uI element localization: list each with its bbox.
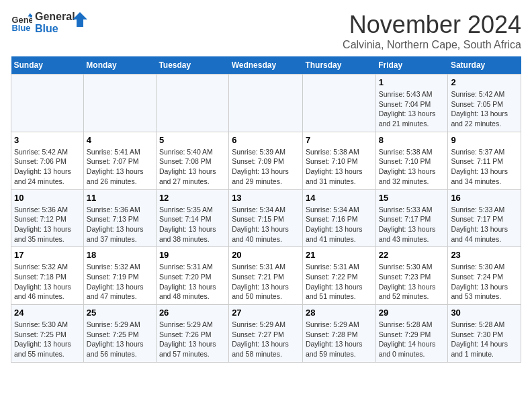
day-number: 1 (379, 77, 445, 87)
calendar-week-3: 10Sunrise: 5:36 AM Sunset: 7:12 PM Dayli… (11, 189, 521, 247)
calendar-cell: 21Sunrise: 5:31 AM Sunset: 7:22 PM Dayli… (302, 247, 375, 305)
day-info: Sunrise: 5:41 AM Sunset: 7:07 PM Dayligh… (87, 147, 153, 187)
calendar-cell: 6Sunrise: 5:39 AM Sunset: 7:09 PM Daylig… (229, 132, 303, 189)
calendar-cell (302, 75, 375, 132)
calendar-week-4: 17Sunrise: 5:32 AM Sunset: 7:18 PM Dayli… (11, 247, 521, 305)
calendar-week-2: 3Sunrise: 5:42 AM Sunset: 7:06 PM Daylig… (11, 132, 521, 189)
day-info: Sunrise: 5:38 AM Sunset: 7:10 PM Dayligh… (379, 147, 445, 187)
calendar-cell: 24Sunrise: 5:30 AM Sunset: 7:25 PM Dayli… (11, 305, 84, 363)
day-info: Sunrise: 5:43 AM Sunset: 7:04 PM Dayligh… (379, 89, 445, 129)
weekday-header-wednesday: Wednesday (229, 56, 303, 75)
day-info: Sunrise: 5:28 AM Sunset: 7:30 PM Dayligh… (451, 320, 518, 359)
day-info: Sunrise: 5:29 AM Sunset: 7:25 PM Dayligh… (87, 320, 153, 359)
calendar-cell: 26Sunrise: 5:29 AM Sunset: 7:26 PM Dayli… (156, 305, 228, 363)
svg-text:Blue: Blue (12, 23, 31, 33)
day-info: Sunrise: 5:32 AM Sunset: 7:19 PM Dayligh… (87, 262, 153, 302)
day-number: 27 (232, 308, 300, 318)
day-number: 14 (306, 193, 373, 203)
weekday-header-friday: Friday (375, 56, 448, 75)
day-number: 12 (159, 193, 226, 203)
calendar-cell: 8Sunrise: 5:38 AM Sunset: 7:10 PM Daylig… (375, 132, 448, 189)
day-info: Sunrise: 5:38 AM Sunset: 7:10 PM Dayligh… (306, 147, 373, 187)
day-info: Sunrise: 5:33 AM Sunset: 7:17 PM Dayligh… (451, 205, 518, 244)
day-info: Sunrise: 5:34 AM Sunset: 7:15 PM Dayligh… (232, 205, 300, 244)
calendar-cell: 1Sunrise: 5:43 AM Sunset: 7:04 PM Daylig… (375, 75, 448, 132)
calendar-cell: 2Sunrise: 5:42 AM Sunset: 7:05 PM Daylig… (448, 75, 521, 132)
day-info: Sunrise: 5:33 AM Sunset: 7:17 PM Dayligh… (379, 205, 445, 244)
day-number: 28 (306, 308, 373, 318)
day-number: 7 (306, 135, 373, 145)
calendar-cell (156, 75, 228, 132)
calendar-body: 1Sunrise: 5:43 AM Sunset: 7:04 PM Daylig… (11, 75, 521, 363)
day-info: Sunrise: 5:30 AM Sunset: 7:25 PM Dayligh… (14, 320, 81, 359)
day-number: 25 (87, 308, 153, 318)
day-info: Sunrise: 5:32 AM Sunset: 7:18 PM Dayligh… (14, 262, 81, 302)
day-number: 23 (451, 250, 518, 260)
location: Calvinia, Northern Cape, South Africa (343, 39, 521, 51)
calendar-cell: 30Sunrise: 5:28 AM Sunset: 7:30 PM Dayli… (448, 305, 521, 363)
header: General Blue General Blue November 2024 … (11, 11, 521, 51)
day-number: 10 (14, 193, 81, 203)
day-info: Sunrise: 5:42 AM Sunset: 7:05 PM Dayligh… (451, 89, 518, 129)
logo-general: General (35, 11, 75, 22)
calendar-cell: 15Sunrise: 5:33 AM Sunset: 7:17 PM Dayli… (375, 189, 448, 247)
calendar-cell (11, 75, 84, 132)
calendar-cell: 17Sunrise: 5:32 AM Sunset: 7:18 PM Dayli… (11, 247, 84, 305)
day-number: 21 (306, 250, 373, 260)
weekday-header-tuesday: Tuesday (156, 56, 228, 75)
weekday-header-thursday: Thursday (302, 56, 375, 75)
calendar-week-1: 1Sunrise: 5:43 AM Sunset: 7:04 PM Daylig… (11, 75, 521, 132)
weekday-header-saturday: Saturday (448, 56, 521, 75)
day-info: Sunrise: 5:29 AM Sunset: 7:26 PM Dayligh… (159, 320, 226, 359)
calendar-cell: 7Sunrise: 5:38 AM Sunset: 7:10 PM Daylig… (302, 132, 375, 189)
day-number: 17 (14, 250, 81, 260)
day-info: Sunrise: 5:42 AM Sunset: 7:06 PM Dayligh… (14, 147, 81, 187)
calendar-week-5: 24Sunrise: 5:30 AM Sunset: 7:25 PM Dayli… (11, 305, 521, 363)
calendar-cell: 16Sunrise: 5:33 AM Sunset: 7:17 PM Dayli… (448, 189, 521, 247)
day-number: 30 (451, 308, 518, 318)
day-info: Sunrise: 5:35 AM Sunset: 7:14 PM Dayligh… (159, 205, 226, 244)
calendar-cell (83, 75, 156, 132)
day-info: Sunrise: 5:37 AM Sunset: 7:11 PM Dayligh… (451, 147, 518, 187)
calendar-cell: 29Sunrise: 5:28 AM Sunset: 7:29 PM Dayli… (375, 305, 448, 363)
day-info: Sunrise: 5:36 AM Sunset: 7:13 PM Dayligh… (87, 205, 153, 244)
day-info: Sunrise: 5:29 AM Sunset: 7:27 PM Dayligh… (232, 320, 300, 359)
day-number: 20 (232, 250, 300, 260)
calendar-cell: 12Sunrise: 5:35 AM Sunset: 7:14 PM Dayli… (156, 189, 228, 247)
calendar-cell: 11Sunrise: 5:36 AM Sunset: 7:13 PM Dayli… (83, 189, 156, 247)
day-info: Sunrise: 5:39 AM Sunset: 7:09 PM Dayligh… (232, 147, 300, 187)
day-info: Sunrise: 5:36 AM Sunset: 7:12 PM Dayligh… (14, 205, 81, 244)
day-number: 6 (232, 135, 300, 145)
day-info: Sunrise: 5:31 AM Sunset: 7:22 PM Dayligh… (306, 262, 373, 302)
day-info: Sunrise: 5:28 AM Sunset: 7:29 PM Dayligh… (379, 320, 445, 359)
day-info: Sunrise: 5:29 AM Sunset: 7:28 PM Dayligh… (306, 320, 373, 359)
calendar-cell: 19Sunrise: 5:31 AM Sunset: 7:20 PM Dayli… (156, 247, 228, 305)
day-number: 9 (451, 135, 518, 145)
day-number: 3 (14, 135, 81, 145)
day-number: 26 (159, 308, 226, 318)
day-number: 8 (379, 135, 445, 145)
weekday-header-sunday: Sunday (11, 56, 84, 75)
calendar-table: SundayMondayTuesdayWednesdayThursdayFrid… (11, 56, 521, 363)
day-number: 18 (87, 250, 153, 260)
weekday-header-row: SundayMondayTuesdayWednesdayThursdayFrid… (11, 56, 521, 75)
day-number: 15 (379, 193, 445, 203)
day-info: Sunrise: 5:31 AM Sunset: 7:21 PM Dayligh… (232, 262, 300, 302)
logo-arrow-icon (73, 12, 87, 27)
month-title: November 2024 (343, 11, 521, 39)
svg-marker-4 (73, 12, 87, 27)
logo-icon: General Blue (11, 12, 32, 34)
calendar-cell (229, 75, 303, 132)
calendar-cell: 25Sunrise: 5:29 AM Sunset: 7:25 PM Dayli… (83, 305, 156, 363)
day-info: Sunrise: 5:30 AM Sunset: 7:24 PM Dayligh… (451, 262, 518, 302)
day-number: 13 (232, 193, 300, 203)
day-number: 24 (14, 308, 81, 318)
weekday-header-monday: Monday (83, 56, 156, 75)
calendar-cell: 5Sunrise: 5:40 AM Sunset: 7:08 PM Daylig… (156, 132, 228, 189)
logo-blue: Blue (35, 23, 58, 34)
day-number: 19 (159, 250, 226, 260)
day-number: 16 (451, 193, 518, 203)
calendar-cell: 3Sunrise: 5:42 AM Sunset: 7:06 PM Daylig… (11, 132, 84, 189)
day-info: Sunrise: 5:34 AM Sunset: 7:16 PM Dayligh… (306, 205, 373, 244)
calendar-cell: 14Sunrise: 5:34 AM Sunset: 7:16 PM Dayli… (302, 189, 375, 247)
